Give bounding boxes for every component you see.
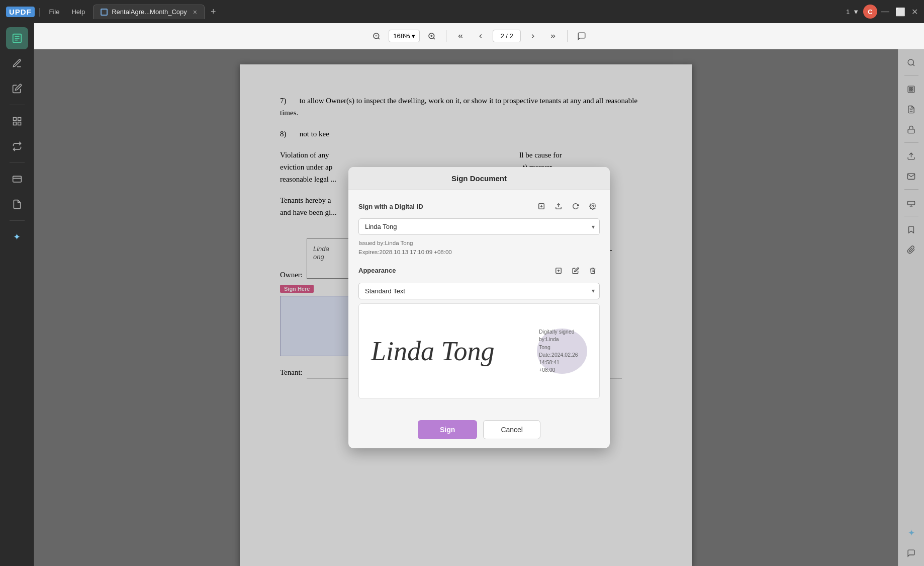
preview-stamp-text: Digitally signed by:Linda Tong Date:2024… — [537, 326, 587, 376]
appearance-select[interactable]: Standard Text — [358, 283, 600, 299]
toolbar: 168% ▾ 2 / 2 — [34, 23, 924, 49]
page-total: 2 — [510, 32, 513, 40]
svg-line-11 — [378, 38, 380, 39]
page-current: 2 — [500, 32, 504, 40]
appearance-add-btn[interactable] — [551, 264, 566, 278]
svg-rect-5 — [18, 118, 21, 121]
appearance-label: Appearance — [358, 267, 396, 274]
signature-preview: Linda Tong Digitally signed by:Linda Ton… — [358, 303, 600, 399]
digital-id-export-btn[interactable] — [551, 199, 566, 213]
toolbar-sep-2 — [567, 30, 568, 42]
sidebar-icon-forms[interactable] — [6, 168, 28, 190]
page-nav-display[interactable]: 2 / 2 — [493, 30, 520, 42]
dialog-header: Sign Document — [348, 167, 610, 190]
main-layout: ✦ 168% ▾ 2 / — [0, 23, 924, 566]
window-controls: — ⬜ ✕ — [881, 7, 918, 17]
sign-document-dialog: Sign Document Sign with a Digital ID — [348, 167, 610, 448]
digital-id-select[interactable]: Linda Tong — [358, 218, 600, 235]
add-tab-btn[interactable]: + — [211, 7, 216, 17]
digital-id-icons — [534, 199, 600, 213]
preview-stamp: Digitally signed by:Linda Tong Date:2024… — [537, 329, 587, 374]
expires: Expires:2028.10.13 17:10:09 +08:00 — [358, 248, 600, 257]
appearance-delete-btn[interactable] — [586, 264, 600, 278]
sidebar-icon-pages[interactable] — [6, 193, 28, 215]
comment-btn[interactable] — [574, 28, 590, 44]
titlebar-divider: | — [39, 7, 41, 17]
preview-signature-name: Linda Tong — [371, 336, 495, 367]
sidebar-separator-1 — [10, 105, 25, 105]
svg-rect-8 — [13, 176, 21, 182]
zoom-in-btn[interactable] — [424, 28, 440, 44]
tab-label: RentalAgre...Month_Copy — [112, 8, 187, 16]
sidebar-icon-read[interactable] — [6, 27, 28, 49]
sidebar-icon-convert[interactable] — [6, 135, 28, 157]
menu-help[interactable]: Help — [67, 6, 89, 18]
digital-id-meta: Issued by:Linda Tong Expires:2028.10.13 … — [358, 239, 600, 257]
maximize-btn[interactable]: ⬜ — [895, 7, 905, 17]
tab-doc-icon — [101, 9, 108, 16]
digital-id-label: Sign with a Digital ID — [358, 203, 423, 210]
sidebar-icon-organize[interactable] — [6, 110, 28, 132]
appearance-section-header: Appearance — [358, 264, 600, 278]
nav-prev-btn[interactable] — [473, 28, 489, 44]
zoom-level-display[interactable]: 168% ▾ — [389, 30, 420, 42]
sidebar-icon-edit[interactable] — [6, 77, 28, 100]
sidebar-icon-ai[interactable]: ✦ — [6, 226, 28, 248]
cancel-btn[interactable]: Cancel — [483, 420, 540, 439]
stamp-line4: +08:00 — [539, 367, 555, 373]
digital-id-settings-btn[interactable] — [586, 199, 600, 213]
zoom-out-btn[interactable] — [368, 28, 385, 44]
appearance-select-row: Standard Text ▾ — [358, 283, 600, 299]
nav-last-btn[interactable] — [545, 28, 561, 44]
sidebar-separator-2 — [10, 163, 25, 163]
left-sidebar: ✦ — [0, 23, 34, 566]
app-logo: UPDF — [6, 7, 35, 17]
dialog-footer: Sign Cancel — [348, 416, 610, 448]
dialog-overlay: Sign Document Sign with a Digital ID — [34, 49, 924, 566]
page-sep: / — [506, 32, 509, 40]
sidebar-icon-annotate[interactable] — [6, 52, 28, 74]
svg-rect-4 — [13, 118, 16, 121]
nav-first-btn[interactable] — [452, 28, 469, 44]
titlebar: UPDF | File Help RentalAgre...Month_Copy… — [0, 0, 924, 23]
close-btn[interactable]: ✕ — [911, 7, 918, 17]
dialog-body: Sign with a Digital ID — [348, 190, 610, 416]
sign-btn[interactable]: Sign — [418, 420, 477, 439]
menu-file[interactable]: File — [45, 6, 64, 18]
user-avatar[interactable]: C — [863, 5, 877, 19]
svg-rect-7 — [18, 122, 21, 125]
stamp-line2: Tong — [539, 344, 550, 350]
issued-by: Issued by:Linda Tong — [358, 239, 600, 248]
appearance-icons — [551, 264, 600, 278]
digital-id-refresh-btn[interactable] — [569, 199, 583, 213]
stamp-line3: Date:2024.02.26 14:58:41 — [539, 352, 578, 365]
svg-rect-6 — [13, 122, 16, 125]
zoom-value: 168% — [393, 32, 410, 40]
tab-close-btn[interactable]: × — [193, 8, 197, 16]
stamp-line1: Digitally signed by:Linda — [539, 329, 575, 342]
content-area: 7) to allow Owner(s) to inspect the dwel… — [34, 49, 924, 566]
zoom-chevron-icon: ▾ — [412, 32, 415, 40]
minimize-btn[interactable]: — — [881, 7, 889, 17]
appearance-edit-btn[interactable] — [569, 264, 583, 278]
digital-id-add-btn[interactable] — [534, 199, 548, 213]
dialog-title: Sign Document — [451, 174, 507, 183]
active-tab[interactable]: RentalAgre...Month_Copy × — [93, 5, 205, 19]
svg-point-21 — [592, 206, 594, 208]
nav-next-btn[interactable] — [525, 28, 541, 44]
page-indicator: 1 ▼ — [846, 8, 859, 16]
sidebar-separator-3 — [10, 220, 25, 221]
svg-line-14 — [434, 38, 435, 39]
digital-id-select-row: Linda Tong ▾ — [358, 218, 600, 235]
digital-id-section-header: Sign with a Digital ID — [358, 199, 600, 213]
toolbar-sep-1 — [446, 30, 446, 42]
